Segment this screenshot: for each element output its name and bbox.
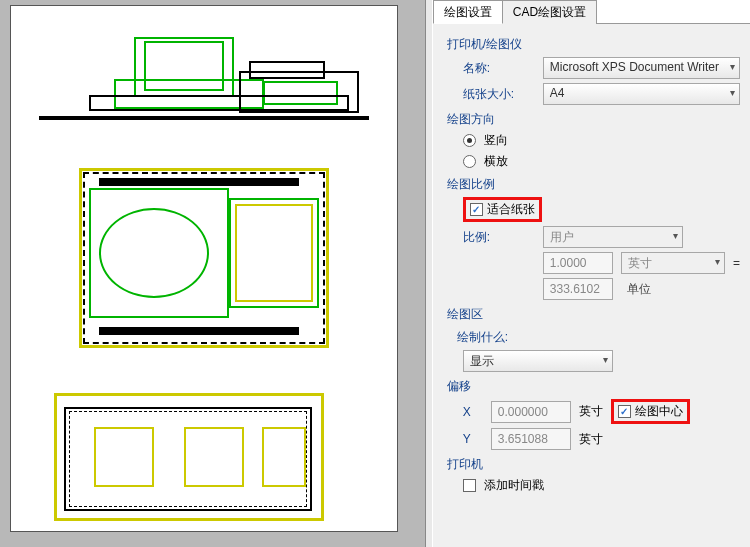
checkbox-add-timestamp[interactable] [463, 479, 476, 492]
label-paper-size: 纸张大小: [463, 86, 535, 103]
drawing-plan-2 [54, 383, 354, 531]
label-offset-y-unit: 英寸 [579, 431, 603, 448]
panel-body: 打印机/绘图仪 名称: Microsoft XPS Document Write… [433, 24, 750, 547]
drawing-elevation [39, 31, 369, 130]
label-offset-x: X [463, 405, 483, 419]
group-scale: 绘图比例 [447, 176, 740, 193]
preview-pane [0, 0, 426, 547]
tabs: 绘图设置 CAD绘图设置 [433, 0, 750, 24]
input-scale-numerator[interactable] [543, 252, 613, 274]
label-landscape: 横放 [484, 153, 508, 170]
app-root: 绘图设置 CAD绘图设置 打印机/绘图仪 名称: Microsoft XPS D… [0, 0, 750, 547]
label-plot-what: 绘制什么: [457, 329, 740, 346]
checkbox-plot-center[interactable] [618, 405, 631, 418]
select-plot-what[interactable]: 显示 [463, 350, 613, 372]
label-printer-name: 名称: [463, 60, 535, 77]
label-scale-den-unit: 单位 [621, 281, 681, 298]
select-scale-ratio[interactable]: 用户 [543, 226, 683, 248]
radio-portrait[interactable] [463, 134, 476, 147]
input-offset-y[interactable] [491, 428, 571, 450]
checkbox-fit-paper[interactable] [470, 203, 483, 216]
label-add-timestamp: 添加时间戳 [484, 477, 544, 494]
label-plot-center: 绘图中心 [635, 403, 683, 420]
label-scale-ratio: 比例: [463, 229, 535, 246]
highlight-fit-paper: 适合纸张 [463, 197, 542, 222]
highlight-plot-center: 绘图中心 [611, 399, 690, 424]
select-scale-num-unit[interactable]: 英寸 [621, 252, 725, 274]
select-paper-size[interactable]: A4 [543, 83, 740, 105]
select-printer-name[interactable]: Microsoft XPS Document Writer [543, 57, 740, 79]
settings-pane: 绘图设置 CAD绘图设置 打印机/绘图仪 名称: Microsoft XPS D… [432, 0, 750, 547]
label-offset-y: Y [463, 432, 483, 446]
radio-landscape[interactable] [463, 155, 476, 168]
label-equals: = [733, 256, 740, 270]
drawing-plan-1 [69, 158, 339, 355]
group-orientation: 绘图方向 [447, 111, 740, 128]
tab-cad-settings[interactable]: CAD绘图设置 [502, 0, 597, 24]
group-offset: 偏移 [447, 378, 740, 395]
tab-plot-settings[interactable]: 绘图设置 [433, 0, 503, 24]
group-stamp: 打印机 [447, 456, 740, 473]
label-portrait: 竖向 [484, 132, 508, 149]
input-offset-x[interactable] [491, 401, 571, 423]
preview-page [10, 5, 398, 532]
input-scale-denominator[interactable] [543, 278, 613, 300]
label-offset-x-unit: 英寸 [579, 403, 603, 420]
group-printer: 打印机/绘图仪 [447, 36, 740, 53]
group-plot-area: 绘图区 [447, 306, 740, 323]
label-fit-paper: 适合纸张 [487, 201, 535, 218]
